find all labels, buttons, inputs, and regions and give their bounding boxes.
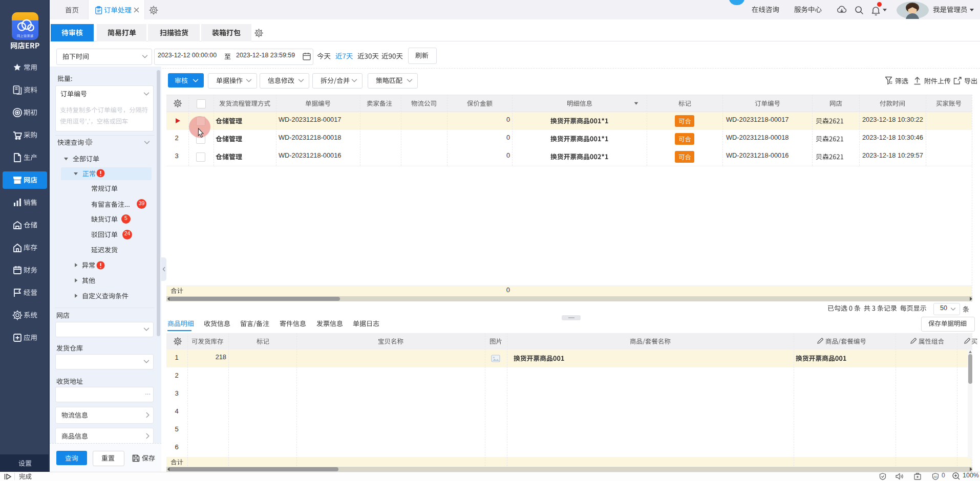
svg-text:AD: AD bbox=[933, 475, 938, 478]
